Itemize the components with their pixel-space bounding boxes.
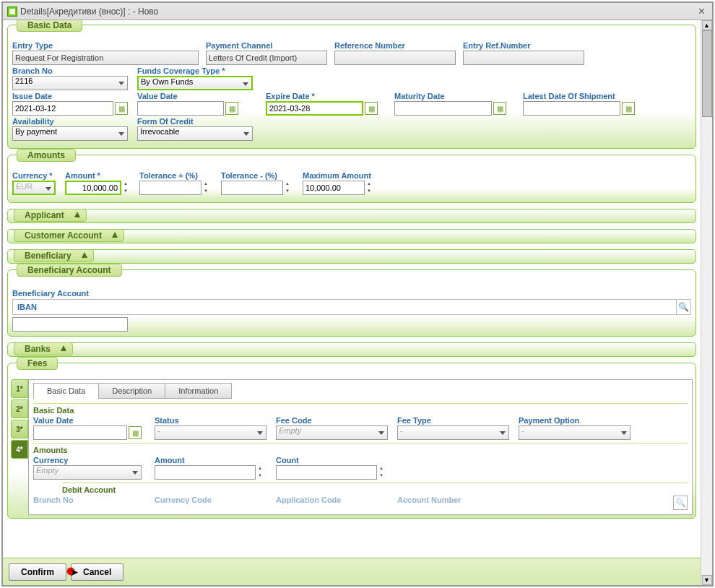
search-icon[interactable]: 🔍 bbox=[673, 496, 688, 510]
form-credit-label: Form Of Credit bbox=[137, 117, 260, 126]
tol-plus-label: Tolerance + (%) bbox=[139, 171, 215, 180]
window-title: Details[Акредитиви (внос)] : - Ново bbox=[20, 7, 158, 17]
cut-curr: Currency Code bbox=[155, 496, 270, 504]
fee-count-label: Count bbox=[276, 456, 391, 464]
tab-information[interactable]: Information bbox=[165, 383, 232, 399]
benacct-label: Beneficiary Account bbox=[12, 289, 89, 298]
custacct-legend: Customer Account bbox=[14, 229, 124, 242]
fee-tab-1[interactable]: 1* bbox=[11, 379, 28, 398]
banks-strip[interactable]: Banks bbox=[7, 342, 696, 357]
fees-legend: Fees bbox=[17, 357, 58, 370]
spinner[interactable]: ▲▼ bbox=[283, 181, 292, 195]
cut-app: Application Code bbox=[276, 496, 391, 504]
tol-minus-label: Tolerance - (%) bbox=[221, 171, 297, 180]
fee-code-select[interactable]: Empty bbox=[276, 425, 388, 440]
calendar-icon[interactable]: ▦ bbox=[622, 102, 635, 115]
spinner[interactable]: ▲▼ bbox=[202, 181, 210, 195]
fees-fieldset: Fees 1* 2* 3* 4* Basic Data Description … bbox=[7, 363, 696, 519]
max-amt-input[interactable] bbox=[303, 181, 365, 195]
beneficiary-legend: Beneficiary bbox=[14, 249, 94, 262]
spinner[interactable]: ▲▼ bbox=[365, 181, 373, 195]
currency-select[interactable]: EUR bbox=[12, 181, 56, 195]
amounts-legend: Amounts bbox=[17, 149, 76, 162]
expand-icon bbox=[82, 252, 87, 258]
calendar-icon[interactable]: ▦ bbox=[129, 426, 142, 439]
calendar-icon[interactable]: ▦ bbox=[225, 102, 238, 115]
ref-num-label: Reference Number bbox=[334, 41, 457, 50]
expire-date-input[interactable] bbox=[266, 101, 363, 116]
pay-opt-select[interactable]: - bbox=[519, 425, 630, 440]
scroll-thumb[interactable] bbox=[702, 30, 712, 117]
calendar-icon[interactable]: ▦ bbox=[493, 102, 506, 115]
calendar-icon[interactable]: ▦ bbox=[115, 102, 128, 115]
fee-tab-2[interactable]: 2* bbox=[11, 399, 28, 418]
benacct-legend: Beneficiary Account bbox=[17, 264, 122, 277]
ship-date-label: Latest Date Of Shipment bbox=[523, 92, 646, 100]
cut-acct: Account Number bbox=[397, 496, 513, 504]
confirm-button[interactable]: Confirm bbox=[9, 563, 66, 581]
availability-label: Availability bbox=[12, 117, 131, 126]
debit-acct-hdr: Debit Account bbox=[62, 483, 688, 494]
fee-valdate-input[interactable] bbox=[33, 425, 127, 440]
fee-count-input[interactable] bbox=[276, 465, 377, 480]
scroll-down-icon[interactable]: ▼ bbox=[702, 575, 712, 585]
value-date-input[interactable] bbox=[137, 101, 224, 116]
issue-date-label: Issue Date bbox=[12, 92, 131, 100]
benacct-fieldset: Beneficiary Account Beneficiary Account … bbox=[7, 269, 696, 337]
maturity-date-label: Maturity Date bbox=[394, 92, 517, 100]
iban-header-row: IBAN 🔍 bbox=[12, 299, 691, 315]
entry-ref-label: Entry Ref.Number bbox=[463, 41, 586, 50]
amount-spinner[interactable]: ▲▼ bbox=[121, 181, 130, 195]
pay-opt-label: Payment Option bbox=[519, 416, 634, 425]
branch-select[interactable]: 2116 bbox=[12, 76, 128, 90]
applicant-strip[interactable]: Applicant bbox=[7, 209, 696, 223]
fees-amounts-hdr: Amounts bbox=[33, 443, 688, 454]
entry-type-value: Request For Registration bbox=[12, 51, 199, 65]
issue-date-input[interactable] bbox=[12, 101, 113, 116]
fee-tab-3[interactable]: 3* bbox=[11, 420, 28, 438]
footer-bar: Confirm Cancel bbox=[3, 558, 701, 585]
basic-data-legend: Basic Data bbox=[17, 20, 82, 32]
maturity-date-input[interactable] bbox=[394, 101, 492, 116]
funds-type-select[interactable]: By Own Funds bbox=[137, 76, 253, 90]
spinner[interactable]: ▲▼ bbox=[377, 465, 386, 480]
basic-data-fieldset: Basic Data Entry Type Request For Regist… bbox=[7, 25, 696, 149]
beneficiary-strip[interactable]: Beneficiary bbox=[7, 249, 696, 264]
fee-status-select[interactable]: - bbox=[155, 425, 266, 440]
calendar-icon[interactable]: ▦ bbox=[365, 102, 378, 115]
tol-minus-input[interactable] bbox=[221, 181, 283, 195]
search-icon[interactable]: 🔍 bbox=[676, 300, 690, 314]
customer-account-strip[interactable]: Customer Account bbox=[7, 229, 696, 243]
currency-label: Currency * bbox=[12, 171, 59, 180]
ship-date-input[interactable] bbox=[523, 101, 620, 116]
vertical-scrollbar[interactable]: ▲ ▼ bbox=[701, 20, 712, 585]
tab-description[interactable]: Description bbox=[98, 383, 165, 399]
expand-icon bbox=[112, 232, 118, 238]
scroll-up-icon[interactable]: ▲ bbox=[702, 20, 712, 30]
ref-num-value bbox=[334, 51, 456, 65]
fees-side-tabs: 1* 2* 3* 4* bbox=[11, 379, 28, 515]
tol-plus-input[interactable] bbox=[139, 181, 202, 195]
form-credit-select[interactable]: Irrevocable bbox=[137, 126, 253, 141]
branch-label: Branch No bbox=[12, 66, 131, 75]
entry-type-label: Entry Type bbox=[12, 41, 200, 50]
fee-valdate-label: Value Date bbox=[33, 416, 149, 425]
fee-amt-label: Amount bbox=[155, 456, 270, 464]
iban-input[interactable] bbox=[12, 317, 128, 332]
banks-legend: Banks bbox=[14, 342, 73, 355]
fee-tab-4[interactable]: 4* bbox=[11, 440, 28, 459]
payment-channel-label: Payment Channel bbox=[206, 41, 329, 50]
titlebar: Details[Акредитиви (внос)] : - Ново × bbox=[3, 3, 712, 20]
max-amt-label: Maximum Amount bbox=[303, 171, 396, 180]
tab-basic-data[interactable]: Basic Data bbox=[33, 383, 99, 399]
availability-select[interactable]: By payment bbox=[12, 126, 128, 141]
fee-curr-select[interactable]: Empty bbox=[33, 465, 142, 480]
spinner[interactable]: ▲▼ bbox=[256, 465, 264, 480]
amount-input[interactable] bbox=[65, 181, 121, 195]
cancel-button[interactable]: Cancel bbox=[71, 563, 124, 581]
fee-type-select[interactable]: - bbox=[397, 425, 509, 440]
fee-status-label: Status bbox=[155, 416, 270, 425]
app-icon bbox=[7, 7, 17, 17]
close-icon[interactable]: × bbox=[696, 5, 708, 18]
fee-amt-input[interactable] bbox=[155, 465, 256, 480]
